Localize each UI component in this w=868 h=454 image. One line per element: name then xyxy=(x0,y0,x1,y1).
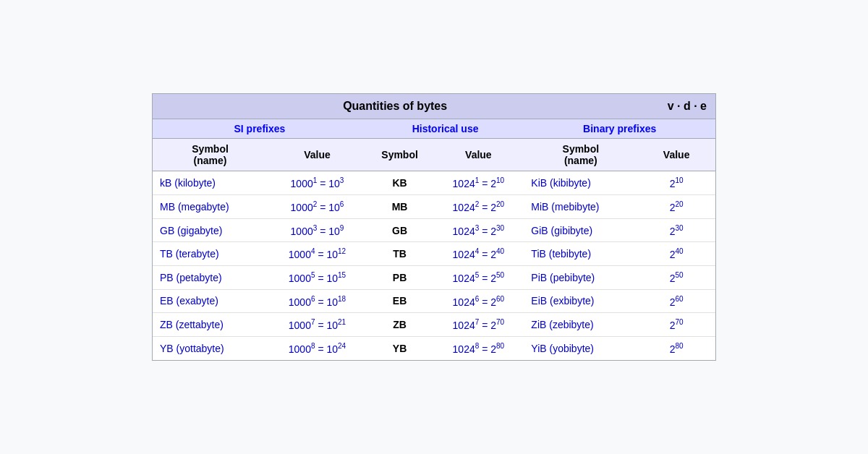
si-section-header: SI prefixes xyxy=(153,119,367,139)
table-row: MB (megabyte)10002 = 106MB10242 = 220MiB… xyxy=(153,195,715,219)
si-value-cell: 10002 = 106 xyxy=(268,195,367,219)
bin-symbol-cell: EiB (exbibyte) xyxy=(524,289,637,313)
bin-value-cell: 260 xyxy=(637,289,715,313)
si-value-cell: 10007 = 1021 xyxy=(268,313,367,337)
hist-value-cell: 10248 = 280 xyxy=(433,336,524,359)
si-value-cell: 10001 = 103 xyxy=(268,171,367,195)
bin-symbol-cell: MiB (mebibyte) xyxy=(524,195,637,219)
hist-symbol-cell: EB xyxy=(367,289,433,313)
hist-value-cell: 10244 = 240 xyxy=(433,242,524,266)
bin-symbol-cell: ZiB (zebibyte) xyxy=(524,313,637,337)
bin-symbol-cell: TiB (tebibyte) xyxy=(524,242,637,266)
bin-value-cell: 270 xyxy=(637,313,715,337)
col-bin-value: Value xyxy=(637,139,715,171)
hist-symbol-cell: TB xyxy=(367,242,433,266)
hist-section-header: Historical use xyxy=(367,119,524,139)
si-symbol-cell: PB (petabyte) xyxy=(153,266,268,290)
bin-value-cell: 210 xyxy=(637,171,715,195)
col-si-symbol: Symbol(name) xyxy=(153,139,268,171)
bin-symbol-cell: KiB (kibibyte) xyxy=(524,171,637,195)
section-header-row: SI prefixes Historical use Binary prefix… xyxy=(153,119,715,139)
hist-symbol-cell: YB xyxy=(367,336,433,359)
bin-symbol-cell: GiB (gibibyte) xyxy=(524,218,637,242)
vde-links[interactable]: v · d · e xyxy=(637,94,715,119)
bin-value-cell: 230 xyxy=(637,218,715,242)
si-value-cell: 10006 = 1018 xyxy=(268,289,367,313)
binary-section-header: Binary prefixes xyxy=(524,119,715,139)
si-value-cell: 10008 = 1024 xyxy=(268,336,367,359)
bin-value-cell: 280 xyxy=(637,336,715,359)
col-bin-symbol: Symbol(name) xyxy=(524,139,637,171)
table-row: PB (petabyte)10005 = 1015PB10245 = 250Pi… xyxy=(153,266,715,290)
col-hist-value: Value xyxy=(433,139,524,171)
si-symbol-cell: YB (yottabyte) xyxy=(153,336,268,359)
si-symbol-cell: GB (gigabyte) xyxy=(153,218,268,242)
bin-value-cell: 250 xyxy=(637,266,715,290)
bin-value-cell: 220 xyxy=(637,195,715,219)
si-symbol-cell: ZB (zettabyte) xyxy=(153,313,268,337)
hist-value-cell: 10243 = 230 xyxy=(433,218,524,242)
si-symbol-cell: EB (exabyte) xyxy=(153,289,268,313)
table-title: Quantities of bytes xyxy=(153,94,637,119)
hist-value-cell: 10246 = 260 xyxy=(433,289,524,313)
bin-value-cell: 240 xyxy=(637,242,715,266)
hist-symbol-cell: PB xyxy=(367,266,433,290)
si-symbol-cell: MB (megabyte) xyxy=(153,195,268,219)
table-row: ZB (zettabyte)10007 = 1021ZB10247 = 270Z… xyxy=(153,313,715,337)
col-header-row: Symbol(name) Value Symbol Value Symbol(n… xyxy=(153,139,715,171)
title-row: Quantities of bytes v · d · e xyxy=(153,94,715,119)
quantities-of-bytes-table: Quantities of bytes v · d · e SI prefixe… xyxy=(152,93,716,360)
si-symbol-cell: TB (terabyte) xyxy=(153,242,268,266)
table-row: GB (gigabyte)10003 = 109GB10243 = 230GiB… xyxy=(153,218,715,242)
col-hist-symbol: Symbol xyxy=(367,139,433,171)
bin-symbol-cell: PiB (pebibyte) xyxy=(524,266,637,290)
bin-symbol-cell: YiB (yobibyte) xyxy=(524,336,637,359)
hist-value-cell: 10242 = 220 xyxy=(433,195,524,219)
hist-value-cell: 10241 = 210 xyxy=(433,171,524,195)
hist-symbol-cell: KB xyxy=(367,171,433,195)
table-row: EB (exabyte)10006 = 1018EB10246 = 260EiB… xyxy=(153,289,715,313)
si-symbol-cell: kB (kilobyte) xyxy=(153,171,268,195)
table-row: YB (yottabyte)10008 = 1024YB10248 = 280Y… xyxy=(153,336,715,359)
si-value-cell: 10003 = 109 xyxy=(268,218,367,242)
si-value-cell: 10005 = 1015 xyxy=(268,266,367,290)
hist-symbol-cell: ZB xyxy=(367,313,433,337)
table-row: TB (terabyte)10004 = 1012TB10244 = 240Ti… xyxy=(153,242,715,266)
hist-symbol-cell: GB xyxy=(367,218,433,242)
col-si-value: Value xyxy=(268,139,367,171)
si-value-cell: 10004 = 1012 xyxy=(268,242,367,266)
hist-value-cell: 10247 = 270 xyxy=(433,313,524,337)
hist-symbol-cell: MB xyxy=(367,195,433,219)
hist-value-cell: 10245 = 250 xyxy=(433,266,524,290)
table-row: kB (kilobyte)10001 = 103KB10241 = 210KiB… xyxy=(153,171,715,195)
